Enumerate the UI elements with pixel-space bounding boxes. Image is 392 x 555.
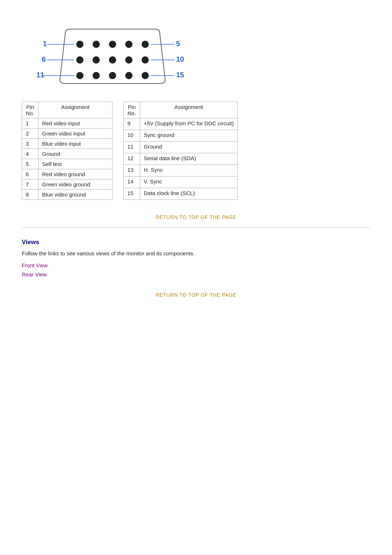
svg-text:11: 11 [36, 71, 44, 79]
pin-assignment: Ground [140, 142, 238, 153]
return-link-top-2[interactable]: RETURN TO TOP OF THE PAGE [22, 292, 370, 298]
table-row: 12 Serial data line (SDA) [124, 153, 238, 165]
pin-table-left: Pin No. Assignment 1 Red video input 2 G… [22, 102, 113, 200]
pin-assignment: Sync ground [140, 130, 238, 142]
return-link-top-1[interactable]: RETURN TO TOP OF THE PAGE [22, 214, 370, 220]
right-assign-header: Assignment [140, 102, 238, 118]
table-row: 11 Ground [124, 142, 238, 153]
pin-number: 5 [22, 159, 38, 169]
pin-number: 13 [124, 165, 140, 177]
table-row: 9 +5V (Supply from PC for DDC circuit) [124, 118, 238, 130]
table-row: 10 Sync ground [124, 130, 238, 142]
svg-point-2 [109, 41, 116, 48]
views-title: Views [22, 239, 370, 246]
svg-point-14 [142, 72, 149, 79]
pin-assignment: +5V (Supply from PC for DDC circuit) [140, 118, 238, 130]
rear-view-link[interactable]: Rear View [22, 271, 370, 278]
svg-point-13 [125, 72, 132, 79]
tables-wrapper: Pin No. Assignment 1 Red video input 2 G… [22, 102, 370, 200]
connector-diagram: 1 6 11 5 10 15 [36, 25, 189, 87]
table-row: 1 Red video input [22, 118, 113, 129]
pin-number: 3 [22, 139, 38, 149]
pin-assignment: H. Sync [140, 165, 238, 177]
pin-number: 6 [22, 169, 38, 179]
table-row: 3 Blue video input [22, 139, 113, 149]
pin-number: 11 [124, 142, 140, 153]
svg-text:10: 10 [176, 55, 184, 63]
pin-assignment: Data clock line (SCL) [140, 188, 238, 200]
left-pin-header: Pin No. [22, 102, 38, 118]
pin-assignment: Serial data line (SDA) [140, 153, 238, 165]
pin-number: 7 [22, 179, 38, 190]
pin-number: 12 [124, 153, 140, 165]
pin-table-right: Pin No. Assignment 9 +5V (Supply from PC… [123, 102, 238, 200]
table-row: 2 Green video input [22, 129, 113, 139]
table-row: 5 Self test [22, 159, 113, 169]
left-assign-header: Assignment [38, 102, 113, 118]
views-description: Follow the links to see various views of… [22, 250, 370, 256]
pin-number: 1 [22, 118, 38, 129]
pin-number: 15 [124, 188, 140, 200]
svg-point-0 [76, 41, 83, 48]
pin-assignment: Red video ground [38, 169, 113, 179]
svg-text:1: 1 [43, 40, 47, 48]
svg-text:6: 6 [42, 55, 46, 63]
right-pin-header: Pin No. [124, 102, 140, 118]
pin-number: 2 [22, 129, 38, 139]
pin-assignment: Blue video input [38, 139, 113, 149]
table-row: 13 H. Sync [124, 165, 238, 177]
table-row: 14 V. Sync [124, 177, 238, 188]
pin-assignment: Blue video ground [38, 190, 113, 200]
svg-point-9 [142, 56, 149, 64]
pin-assignment: Green video ground [38, 179, 113, 190]
svg-point-10 [76, 72, 83, 79]
svg-point-3 [125, 41, 132, 48]
table-row: 15 Data clock line (SCL) [124, 188, 238, 200]
divider [22, 227, 370, 228]
svg-text:5: 5 [176, 40, 180, 48]
pin-number: 4 [22, 149, 38, 159]
front-view-link[interactable]: Front View [22, 262, 370, 268]
table-row: 7 Green video ground [22, 179, 113, 190]
svg-text:15: 15 [176, 71, 184, 79]
svg-point-1 [93, 41, 100, 48]
table-row: 4 Ground [22, 149, 113, 159]
svg-point-11 [93, 72, 100, 79]
pin-assignment: Ground [38, 149, 113, 159]
svg-point-4 [142, 41, 149, 48]
table-row: 6 Red video ground [22, 169, 113, 179]
svg-point-12 [109, 72, 116, 79]
pin-number: 14 [124, 177, 140, 188]
pin-number: 10 [124, 130, 140, 142]
table-row: 8 Blue video ground [22, 190, 113, 200]
pin-assignment: Red video input [38, 118, 113, 129]
pin-assignment: V. Sync [140, 177, 238, 188]
pin-number: 8 [22, 190, 38, 200]
pin-assignment: Green video input [38, 129, 113, 139]
svg-point-7 [109, 56, 116, 64]
pin-number: 9 [124, 118, 140, 130]
svg-point-8 [125, 56, 132, 64]
svg-point-5 [76, 56, 83, 64]
pin-assignment: Self test [38, 159, 113, 169]
views-section: Views Follow the links to see various vi… [22, 239, 370, 278]
svg-point-6 [93, 56, 100, 64]
